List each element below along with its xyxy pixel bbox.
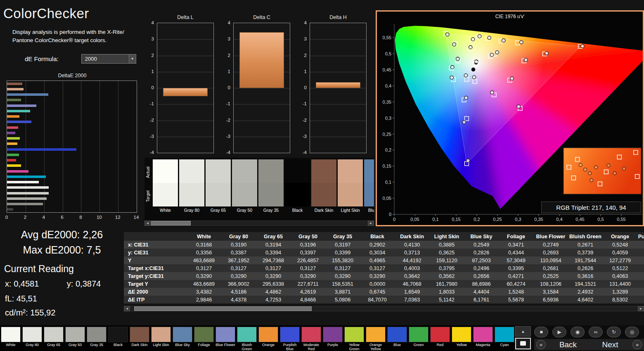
table-cell: 7,0363	[395, 296, 429, 304]
patch-purple[interactable]: Purple	[322, 325, 343, 351]
stop-button[interactable]: ■	[534, 327, 548, 337]
back-arrow-button[interactable]: «	[536, 340, 546, 349]
cie-ytick-label: 0,45	[383, 67, 391, 72]
loop-button[interactable]: ∞	[589, 327, 603, 337]
patch-gray-35[interactable]: Gray 35	[86, 325, 107, 351]
delta-l-plot	[157, 23, 214, 153]
power-button[interactable]: ◎	[625, 327, 639, 337]
table-cell: 0,3562	[429, 272, 464, 280]
patch-gray-80[interactable]: Gray 80	[21, 325, 43, 351]
compare-scroll-track[interactable]	[151, 221, 368, 226]
reading-x-value: 0,4581	[14, 279, 39, 288]
delta-l-yticks: 43210-1-2-3-4	[145, 23, 155, 153]
patch-cyan[interactable]: Cyan	[494, 325, 515, 351]
reading-y-label: y:	[67, 279, 73, 288]
table-cell: 0,2229	[637, 249, 644, 256]
patch-light-skin[interactable]: Light Skin	[150, 325, 172, 351]
display-icon	[520, 341, 526, 346]
inset-measured-circle	[594, 166, 598, 169]
table-scroll-left-arrow-icon[interactable]: ◄	[124, 306, 130, 311]
patch-label-light-skin: Light Skin	[150, 343, 172, 347]
patch-blue[interactable]: Blue	[386, 325, 408, 351]
delta-h-ytick-label: 2	[304, 53, 307, 58]
table-cell: 0,3795	[429, 264, 464, 272]
patch-dark-skin[interactable]: Dark Skin	[129, 325, 150, 351]
compare-column-gray-50[interactable]: Gray 50	[232, 159, 257, 213]
patch-label-yellow-green: Yellow Green	[343, 343, 365, 351]
table-cell: 0,2902	[360, 241, 395, 249]
back-button[interactable]: Back	[548, 340, 588, 349]
delta-l-ytick-label: -3	[150, 134, 154, 139]
play-button[interactable]: ▶	[552, 327, 566, 337]
patch-moderate-red[interactable]: Moderate Red	[301, 325, 322, 351]
patch-green[interactable]: Green	[408, 325, 429, 351]
table-cell: 0,1946	[637, 264, 644, 272]
table-cell: 0,3194	[256, 241, 291, 249]
compare-column-dark-skin[interactable]: Dark Skin	[311, 159, 336, 213]
compare-column-black[interactable]: Black	[285, 159, 310, 213]
record-button[interactable]: ◉	[571, 327, 585, 337]
cie-diagram-panel: CIE 1976 u'v' 00,050,10,150,20,250,30,35…	[376, 10, 644, 226]
delta-c-ytick-label: -3	[226, 134, 230, 139]
next-arrow-button[interactable]: »	[632, 340, 642, 349]
compare-column-gray-35[interactable]: Gray 35	[258, 159, 284, 213]
patch-yellow-green[interactable]: Yellow Green	[343, 325, 365, 351]
patch-blue-sky[interactable]: Blue Sky	[172, 325, 193, 351]
patch-bluish-green[interactable]: Bluish Green	[236, 325, 258, 351]
compare-column-blue-sky[interactable]: Blue Sky	[364, 159, 374, 213]
table-cell: 0,3127	[221, 264, 256, 272]
actual-swatch-blue-sky	[364, 159, 374, 183]
patch-label-blue: Blue	[386, 343, 408, 347]
delta-l-ytick-label: 0	[152, 85, 154, 90]
patch-foliage[interactable]: Foliage	[193, 325, 215, 351]
compare-column-white[interactable]: White	[153, 159, 178, 213]
table-scroll-thumb[interactable]	[134, 306, 312, 311]
reading-fl-label: fL:	[5, 294, 14, 303]
table-cell: 194,1521	[568, 280, 603, 288]
table-cell: 0,3471	[499, 241, 533, 249]
patch-yellow[interactable]: Yellow	[451, 325, 472, 351]
table-cell: 0,3713	[395, 249, 429, 256]
patch-red[interactable]: Red	[429, 325, 451, 351]
compare-label-black: Black	[285, 208, 310, 213]
compare-scrollbar[interactable]: ◄ ►	[144, 221, 374, 226]
inset-measured-circle	[590, 178, 593, 182]
cie-xtick-label: 0,1	[432, 217, 438, 222]
table-scrollbar[interactable]: ◄ ►	[124, 306, 644, 311]
patch-purplish-blue[interactable]: Purplish Blue	[279, 325, 301, 351]
de-formula-select[interactable]: 2000 ▼	[81, 54, 136, 64]
delta-h-gridline	[310, 104, 366, 104]
table-cell: 3,8871	[325, 288, 360, 296]
patch-orange[interactable]: Orange	[258, 325, 279, 351]
patch-black[interactable]: Black	[107, 325, 129, 351]
compare-scroll-right-arrow-icon[interactable]: ►	[368, 221, 374, 226]
patch-gray-50[interactable]: Gray 50	[64, 325, 86, 351]
compare-scroll-thumb[interactable]	[151, 221, 191, 225]
table-cell: 3,4382	[187, 288, 221, 296]
cie-ytick-label: 0,3	[385, 116, 391, 121]
patch-magenta[interactable]: Magenta	[472, 325, 494, 351]
table-scroll-track[interactable]	[130, 306, 638, 311]
patch-label-gray-50: Gray 50	[64, 343, 86, 347]
patch-gray-65[interactable]: Gray 65	[43, 325, 64, 351]
compare-label-blue-sky: Blue Sky	[364, 208, 374, 213]
patch-white[interactable]: White	[0, 325, 21, 351]
max-de2000-label: Max dE2000:	[23, 244, 83, 256]
chevron-down-icon[interactable]: ▼	[129, 55, 136, 63]
patch-blue-flower[interactable]: Blue Flower	[215, 325, 236, 351]
display-mode-button[interactable]	[515, 338, 531, 349]
table-scroll-right-arrow-icon[interactable]: ►	[638, 306, 644, 311]
collapse-button[interactable]: ▲	[515, 326, 531, 337]
table-cell: 0,3397	[291, 249, 325, 256]
table-cell: 0,3616	[568, 272, 603, 280]
compare-scroll-left-arrow-icon[interactable]: ◄	[144, 221, 151, 226]
compare-column-gray-65[interactable]: Gray 65	[206, 159, 231, 213]
compare-column-light-skin[interactable]: Light Skin	[338, 159, 363, 213]
app-description: Display analysis is performed with the X…	[12, 28, 149, 44]
refresh-button[interactable]: ↻	[607, 327, 621, 337]
patch-orange-yellow[interactable]: Orange Yellow	[365, 325, 386, 351]
patch-swatch-gray-35	[87, 327, 107, 342]
compare-column-gray-80[interactable]: Gray 80	[179, 159, 204, 213]
next-button[interactable]: Next	[590, 340, 630, 349]
table-cell: 4,4862	[256, 288, 291, 296]
